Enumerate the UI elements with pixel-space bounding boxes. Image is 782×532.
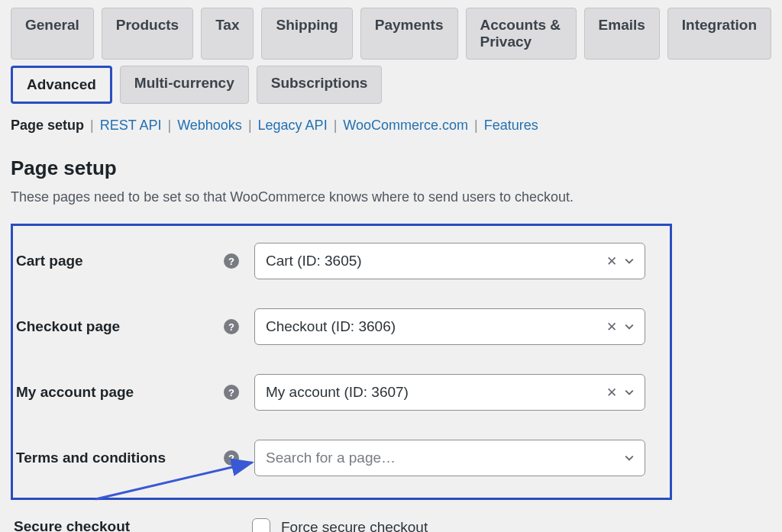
help-icon[interactable]: ? — [224, 450, 239, 466]
subnav-current: Page setup — [11, 118, 84, 133]
my-account-page-select[interactable]: My account (ID: 3607) ✕ — [254, 374, 645, 411]
terms-label: Terms and conditions — [16, 450, 166, 466]
terms-placeholder: Search for a page… — [266, 450, 396, 466]
subnav-rest-api[interactable]: REST API — [100, 118, 162, 133]
chevron-down-icon[interactable] — [623, 386, 635, 398]
subnav-webhooks[interactable]: Webhooks — [177, 118, 242, 133]
tab-multi-currency[interactable]: Multi-currency — [120, 66, 249, 104]
primary-tabs: General Products Tax Shipping Payments A… — [0, 0, 782, 60]
tab-shipping[interactable]: Shipping — [261, 8, 352, 60]
tab-payments[interactable]: Payments — [360, 8, 458, 60]
field-row-cart: Cart page ? Cart (ID: 3605) ✕ — [13, 243, 656, 279]
terms-page-select[interactable]: Search for a page… — [254, 440, 645, 476]
chevron-down-icon[interactable] — [623, 452, 635, 464]
subnav-features[interactable]: Features — [484, 118, 538, 133]
chevron-down-icon[interactable] — [623, 321, 635, 333]
my-account-page-label: My account page — [16, 384, 134, 401]
tab-accounts-privacy[interactable]: Accounts & Privacy — [466, 8, 577, 60]
tab-products[interactable]: Products — [102, 8, 193, 60]
help-icon[interactable]: ? — [224, 385, 239, 400]
page-setup-box: Cart page ? Cart (ID: 3605) ✕ Checkout p… — [11, 224, 672, 500]
help-icon[interactable]: ? — [224, 319, 239, 334]
tab-advanced[interactable]: Advanced — [11, 66, 112, 104]
checkout-page-select[interactable]: Checkout (ID: 3606) ✕ — [254, 308, 645, 345]
clear-icon[interactable]: ✕ — [606, 385, 617, 401]
cart-page-value: Cart (ID: 3605) — [266, 253, 362, 269]
section-description: These pages need to be set so that WooCo… — [11, 189, 771, 205]
tab-general[interactable]: General — [11, 8, 94, 60]
subnav-legacy-api[interactable]: Legacy API — [258, 118, 328, 133]
subnav-woocommerce-com[interactable]: WooCommerce.com — [343, 118, 468, 133]
force-secure-label: Force secure checkout — [281, 519, 428, 532]
field-row-secure-checkout: Secure checkout Force secure checkout Fo… — [11, 518, 771, 532]
force-secure-checkbox[interactable] — [252, 518, 270, 532]
clear-icon[interactable]: ✕ — [606, 319, 617, 335]
checkout-page-label: Checkout page — [16, 318, 120, 335]
tab-subscriptions[interactable]: Subscriptions — [257, 66, 383, 104]
clear-icon[interactable]: ✕ — [606, 253, 617, 269]
sub-navigation: Page setup | REST API | Webhooks | Legac… — [11, 104, 771, 140]
field-row-checkout: Checkout page ? Checkout (ID: 3606) ✕ — [13, 308, 656, 345]
cart-page-label: Cart page — [16, 253, 83, 269]
secondary-tabs: Advanced Multi-currency Subscriptions — [0, 60, 782, 104]
field-row-terms: Terms and conditions ? Search for a page… — [13, 440, 656, 476]
tab-integration[interactable]: Integration — [667, 8, 771, 60]
checkout-page-value: Checkout (ID: 3606) — [266, 318, 396, 335]
field-row-my-account: My account page ? My account (ID: 3607) … — [13, 374, 656, 411]
secure-checkout-label: Secure checkout — [14, 518, 130, 532]
tab-emails[interactable]: Emails — [584, 8, 660, 60]
my-account-page-value: My account (ID: 3607) — [266, 384, 409, 401]
cart-page-select[interactable]: Cart (ID: 3605) ✕ — [254, 243, 645, 279]
chevron-down-icon[interactable] — [623, 255, 635, 267]
tab-tax[interactable]: Tax — [201, 8, 254, 60]
help-icon[interactable]: ? — [224, 253, 239, 269]
section-title: Page setup — [11, 156, 771, 180]
